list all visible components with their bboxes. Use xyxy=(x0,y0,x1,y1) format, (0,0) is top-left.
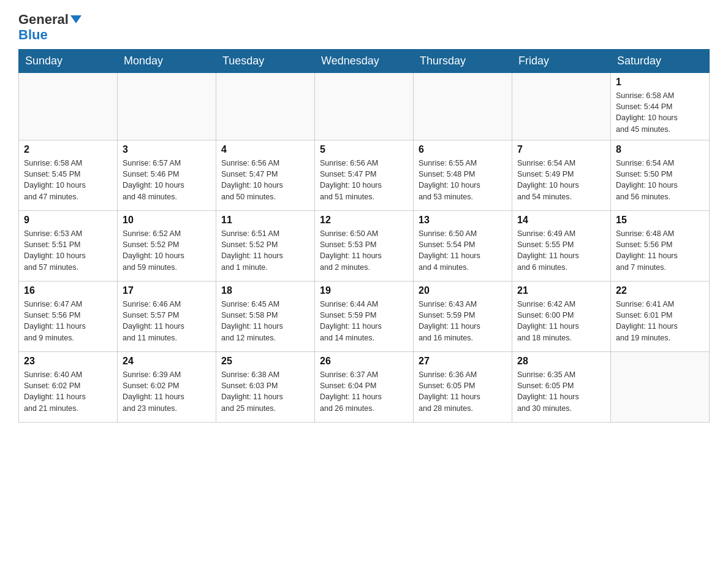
day-number: 22 xyxy=(616,285,704,296)
weekday-saturday: Saturday xyxy=(611,50,710,73)
day-number: 5 xyxy=(320,144,408,155)
day-info: Sunrise: 6:56 AM Sunset: 5:47 PM Dayligh… xyxy=(221,158,309,202)
day-number: 27 xyxy=(419,356,507,367)
day-number: 7 xyxy=(517,144,605,155)
calendar-header: SundayMondayTuesdayWednesdayThursdayFrid… xyxy=(19,50,710,73)
calendar-cell: 16Sunrise: 6:47 AM Sunset: 5:56 PM Dayli… xyxy=(19,282,118,352)
day-info: Sunrise: 6:57 AM Sunset: 5:46 PM Dayligh… xyxy=(123,158,211,202)
weekday-tuesday: Tuesday xyxy=(216,50,315,73)
day-info: Sunrise: 6:40 AM Sunset: 6:02 PM Dayligh… xyxy=(24,369,112,414)
day-info: Sunrise: 6:43 AM Sunset: 5:59 PM Dayligh… xyxy=(419,299,507,343)
calendar-cell xyxy=(611,352,710,423)
day-info: Sunrise: 6:41 AM Sunset: 6:01 PM Dayligh… xyxy=(616,299,704,343)
day-info: Sunrise: 6:50 AM Sunset: 5:53 PM Dayligh… xyxy=(320,228,408,273)
calendar-body: 1Sunrise: 6:58 AM Sunset: 5:44 PM Daylig… xyxy=(19,73,710,423)
day-number: 19 xyxy=(320,285,408,296)
weekday-sunday: Sunday xyxy=(19,50,118,73)
day-number: 15 xyxy=(616,215,704,226)
day-info: Sunrise: 6:48 AM Sunset: 5:56 PM Dayligh… xyxy=(616,228,704,273)
calendar-cell: 11Sunrise: 6:51 AM Sunset: 5:52 PM Dayli… xyxy=(216,211,315,282)
day-number: 6 xyxy=(419,144,507,155)
day-number: 24 xyxy=(123,356,211,367)
calendar-cell xyxy=(315,73,414,140)
calendar-cell: 6Sunrise: 6:55 AM Sunset: 5:48 PM Daylig… xyxy=(414,140,512,211)
calendar-week-row: 1Sunrise: 6:58 AM Sunset: 5:44 PM Daylig… xyxy=(19,73,710,140)
day-info: Sunrise: 6:45 AM Sunset: 5:58 PM Dayligh… xyxy=(221,299,309,343)
calendar-cell xyxy=(414,73,512,140)
day-info: Sunrise: 6:55 AM Sunset: 5:48 PM Dayligh… xyxy=(419,158,507,202)
calendar-cell: 22Sunrise: 6:41 AM Sunset: 6:01 PM Dayli… xyxy=(611,282,710,352)
day-number: 23 xyxy=(24,356,112,367)
logo-general: General xyxy=(18,12,69,27)
calendar-cell: 27Sunrise: 6:36 AM Sunset: 6:05 PM Dayli… xyxy=(414,352,512,423)
calendar-cell: 10Sunrise: 6:52 AM Sunset: 5:52 PM Dayli… xyxy=(118,211,216,282)
day-info: Sunrise: 6:54 AM Sunset: 5:50 PM Dayligh… xyxy=(616,158,704,202)
calendar-cell: 24Sunrise: 6:39 AM Sunset: 6:02 PM Dayli… xyxy=(118,352,216,423)
day-number: 20 xyxy=(419,285,507,296)
weekday-friday: Friday xyxy=(512,50,611,73)
calendar-table: SundayMondayTuesdayWednesdayThursdayFrid… xyxy=(18,49,710,423)
day-info: Sunrise: 6:35 AM Sunset: 6:05 PM Dayligh… xyxy=(517,369,605,414)
calendar-cell: 4Sunrise: 6:56 AM Sunset: 5:47 PM Daylig… xyxy=(216,140,315,211)
day-info: Sunrise: 6:51 AM Sunset: 5:52 PM Dayligh… xyxy=(221,228,309,273)
day-number: 9 xyxy=(24,215,112,226)
calendar-cell: 9Sunrise: 6:53 AM Sunset: 5:51 PM Daylig… xyxy=(19,211,118,282)
calendar-cell: 20Sunrise: 6:43 AM Sunset: 5:59 PM Dayli… xyxy=(414,282,512,352)
day-info: Sunrise: 6:58 AM Sunset: 5:45 PM Dayligh… xyxy=(24,158,112,202)
day-number: 16 xyxy=(24,285,112,296)
day-info: Sunrise: 6:36 AM Sunset: 6:05 PM Dayligh… xyxy=(419,369,507,414)
day-info: Sunrise: 6:53 AM Sunset: 5:51 PM Dayligh… xyxy=(24,228,112,273)
calendar-week-row: 16Sunrise: 6:47 AM Sunset: 5:56 PM Dayli… xyxy=(19,282,710,352)
calendar-week-row: 2Sunrise: 6:58 AM Sunset: 5:45 PM Daylig… xyxy=(19,140,710,211)
day-info: Sunrise: 6:54 AM Sunset: 5:49 PM Dayligh… xyxy=(517,158,605,202)
calendar-week-row: 9Sunrise: 6:53 AM Sunset: 5:51 PM Daylig… xyxy=(19,211,710,282)
calendar-cell: 2Sunrise: 6:58 AM Sunset: 5:45 PM Daylig… xyxy=(19,140,118,211)
calendar-cell: 17Sunrise: 6:46 AM Sunset: 5:57 PM Dayli… xyxy=(118,282,216,352)
weekday-monday: Monday xyxy=(118,50,216,73)
day-number: 17 xyxy=(123,285,211,296)
weekday-wednesday: Wednesday xyxy=(315,50,414,73)
day-number: 3 xyxy=(123,144,211,155)
day-info: Sunrise: 6:56 AM Sunset: 5:47 PM Dayligh… xyxy=(320,158,408,202)
day-number: 10 xyxy=(123,215,211,226)
calendar-week-row: 23Sunrise: 6:40 AM Sunset: 6:02 PM Dayli… xyxy=(19,352,710,423)
day-info: Sunrise: 6:46 AM Sunset: 5:57 PM Dayligh… xyxy=(123,299,211,343)
weekday-thursday: Thursday xyxy=(414,50,512,73)
calendar-cell: 5Sunrise: 6:56 AM Sunset: 5:47 PM Daylig… xyxy=(315,140,414,211)
calendar-cell: 7Sunrise: 6:54 AM Sunset: 5:49 PM Daylig… xyxy=(512,140,611,211)
day-info: Sunrise: 6:49 AM Sunset: 5:55 PM Dayligh… xyxy=(517,228,605,273)
day-number: 13 xyxy=(419,215,507,226)
calendar-cell: 14Sunrise: 6:49 AM Sunset: 5:55 PM Dayli… xyxy=(512,211,611,282)
day-number: 26 xyxy=(320,356,408,367)
logo: General Blue xyxy=(18,12,82,43)
day-info: Sunrise: 6:58 AM Sunset: 5:44 PM Dayligh… xyxy=(616,90,704,135)
day-number: 18 xyxy=(221,285,309,296)
calendar-cell xyxy=(19,73,118,140)
calendar-cell xyxy=(216,73,315,140)
calendar-cell: 12Sunrise: 6:50 AM Sunset: 5:53 PM Dayli… xyxy=(315,211,414,282)
calendar-cell: 3Sunrise: 6:57 AM Sunset: 5:46 PM Daylig… xyxy=(118,140,216,211)
weekday-row: SundayMondayTuesdayWednesdayThursdayFrid… xyxy=(19,50,710,73)
page-header: General Blue xyxy=(18,12,710,43)
calendar-cell: 23Sunrise: 6:40 AM Sunset: 6:02 PM Dayli… xyxy=(19,352,118,423)
calendar-cell: 28Sunrise: 6:35 AM Sunset: 6:05 PM Dayli… xyxy=(512,352,611,423)
day-info: Sunrise: 6:47 AM Sunset: 5:56 PM Dayligh… xyxy=(24,299,112,343)
calendar-cell: 26Sunrise: 6:37 AM Sunset: 6:04 PM Dayli… xyxy=(315,352,414,423)
calendar-cell: 25Sunrise: 6:38 AM Sunset: 6:03 PM Dayli… xyxy=(216,352,315,423)
day-info: Sunrise: 6:37 AM Sunset: 6:04 PM Dayligh… xyxy=(320,369,408,414)
day-number: 28 xyxy=(517,356,605,367)
calendar-cell: 21Sunrise: 6:42 AM Sunset: 6:00 PM Dayli… xyxy=(512,282,611,352)
day-info: Sunrise: 6:44 AM Sunset: 5:59 PM Dayligh… xyxy=(320,299,408,343)
logo-arrow-icon xyxy=(70,15,82,23)
calendar-cell: 15Sunrise: 6:48 AM Sunset: 5:56 PM Dayli… xyxy=(611,211,710,282)
calendar-cell xyxy=(512,73,611,140)
day-number: 4 xyxy=(221,144,309,155)
day-number: 25 xyxy=(221,356,309,367)
day-number: 8 xyxy=(616,144,704,155)
day-number: 11 xyxy=(221,215,309,226)
calendar-cell: 1Sunrise: 6:58 AM Sunset: 5:44 PM Daylig… xyxy=(611,73,710,140)
day-info: Sunrise: 6:42 AM Sunset: 6:00 PM Dayligh… xyxy=(517,299,605,343)
calendar-cell xyxy=(118,73,216,140)
day-info: Sunrise: 6:38 AM Sunset: 6:03 PM Dayligh… xyxy=(221,369,309,414)
calendar-cell: 13Sunrise: 6:50 AM Sunset: 5:54 PM Dayli… xyxy=(414,211,512,282)
